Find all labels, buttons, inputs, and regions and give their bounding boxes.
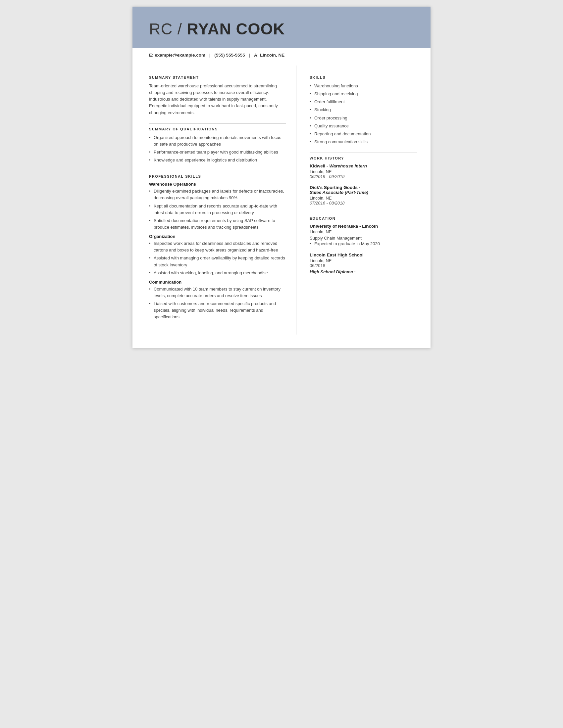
- professional-skills-section: PROFESSIONAL SKILLS Warehouse Operations…: [149, 171, 286, 320]
- edu-school-lehs: Lincoln East High School: [310, 252, 417, 257]
- list-item: Assisted with stocking, labeling, and ar…: [149, 270, 286, 276]
- header-fullname: RYAN COOK: [187, 20, 285, 38]
- education-section: EDUCATION University of Nebraska - Linco…: [310, 213, 417, 274]
- professional-skills-title: PROFESSIONAL SKILLS: [149, 171, 286, 178]
- skill-item: Shipping and receiving: [310, 91, 417, 97]
- left-column: SUMMARY STATEMENT Team-oriented warehous…: [132, 66, 297, 335]
- right-column: SKILLS Warehousing functions Shipping an…: [297, 66, 431, 335]
- list-item: Diligently examined packages and labels …: [149, 188, 286, 201]
- company-sep: -: [359, 185, 361, 190]
- summary-qualifications-section: SUMMARY OF QUALIFICATIONS Organized appr…: [149, 123, 286, 164]
- skills-title: SKILLS: [310, 72, 417, 79]
- header-bar: RC / RYAN COOK: [132, 7, 431, 48]
- edu-bullets-unl: Expected to graduate in May 2020: [310, 241, 417, 247]
- list-item: Satisfied documentation requirements by …: [149, 217, 286, 231]
- edu-entry-lehs: Lincoln East High School Lincoln, NE 06/…: [310, 252, 417, 274]
- job-title-dicks: Sales Associate (Part-Time): [310, 190, 368, 195]
- sep2: |: [249, 53, 250, 58]
- phone-value: (555) 555-5555: [214, 53, 245, 58]
- header-name: RC / RYAN COOK: [149, 20, 414, 38]
- communication-title: Communication: [149, 280, 286, 285]
- address-label: A:: [254, 53, 258, 58]
- company-name: Dick's Sporting Goods: [310, 185, 358, 190]
- summary-statement-text: Team-oriented warehouse professional acc…: [149, 83, 286, 116]
- edu-entry-unl: University of Nebraska - Lincoln Lincoln…: [310, 224, 417, 247]
- edu-location-unl: Lincoln, NE: [310, 229, 417, 234]
- organization-title: Organization: [149, 234, 286, 239]
- skill-item: Warehousing functions: [310, 83, 417, 89]
- header-initials: RC: [149, 20, 172, 38]
- header-slash: /: [172, 20, 187, 38]
- work-dates-dicks: 07/2016 - 08/2018: [310, 201, 417, 205]
- email-label: E:: [149, 53, 154, 58]
- work-history-section: WORK HISTORY Kidwell - Warehouse Intern …: [310, 153, 417, 205]
- work-location-kidwell: Lincoln, NE: [310, 169, 417, 174]
- qualification-item: Knowledge and experience in logistics an…: [149, 157, 286, 163]
- qualification-item: Organized approach to monitoring materia…: [149, 134, 286, 148]
- job-title-kidwell: Warehouse Intern: [329, 163, 367, 168]
- skill-item: Stocking: [310, 107, 417, 113]
- summary-statement-title: SUMMARY STATEMENT: [149, 72, 286, 79]
- resume-container: RC / RYAN COOK E: example@example.com | …: [132, 7, 431, 348]
- work-dates-kidwell: 06/2019 - 09/2019: [310, 174, 417, 179]
- work-location-dicks: Lincoln, NE: [310, 196, 417, 201]
- list-item: Assisted with managing order availabilit…: [149, 255, 286, 268]
- warehouse-ops-title: Warehouse Operations: [149, 182, 286, 187]
- education-title: EDUCATION: [310, 213, 417, 220]
- list-item: Inspected work areas for cleanliness and…: [149, 240, 286, 253]
- organization-list: Inspected work areas for cleanliness and…: [149, 240, 286, 276]
- address-value: Lincoln, NE: [260, 53, 285, 58]
- communication-list: Communicated with 10 team members to sta…: [149, 286, 286, 321]
- email-value: example@example.com: [155, 53, 205, 58]
- qualifications-list: Organized approach to monitoring materia…: [149, 134, 286, 164]
- work-company-dicks: Dick's Sporting Goods - Sales Associate …: [310, 185, 417, 195]
- list-item: Kept all documentation and records accur…: [149, 203, 286, 216]
- company-name: Kidwell: [310, 163, 325, 168]
- skill-item: Reporting and documentation: [310, 131, 417, 137]
- work-history-title: WORK HISTORY: [310, 153, 417, 160]
- skill-item: Order fulfillment: [310, 99, 417, 105]
- qualification-item: Performance-oriented team player with go…: [149, 149, 286, 156]
- edu-location-lehs: Lincoln, NE: [310, 258, 417, 263]
- sep1: |: [209, 53, 211, 58]
- work-company-kidwell: Kidwell - Warehouse Intern: [310, 163, 417, 168]
- skills-list: Warehousing functions Shipping and recei…: [310, 83, 417, 145]
- list-item: Communicated with 10 team members to sta…: [149, 286, 286, 299]
- skills-section: SKILLS Warehousing functions Shipping an…: [310, 72, 417, 145]
- work-entry-kidwell: Kidwell - Warehouse Intern Lincoln, NE 0…: [310, 163, 417, 179]
- summary-statement-section: SUMMARY STATEMENT Team-oriented warehous…: [149, 72, 286, 116]
- list-item: Liaised with customers and recommended s…: [149, 300, 286, 320]
- skill-item: Strong communication skills: [310, 139, 417, 145]
- contact-bar: E: example@example.com | (555) 555-5555 …: [132, 48, 431, 62]
- edu-dates-lehs: 06/2018: [310, 263, 417, 268]
- edu-major-unl: Supply Chain Management: [310, 236, 417, 241]
- edu-bullet-item: Expected to graduate in May 2020: [310, 241, 417, 247]
- edu-diploma-lehs: High School Diploma :: [310, 269, 417, 274]
- edu-school-unl: University of Nebraska - Lincoln: [310, 224, 417, 229]
- work-entry-dicks: Dick's Sporting Goods - Sales Associate …: [310, 185, 417, 205]
- skill-item: Order processing: [310, 115, 417, 121]
- main-content: SUMMARY STATEMENT Team-oriented warehous…: [132, 62, 431, 348]
- warehouse-ops-list: Diligently examined packages and labels …: [149, 188, 286, 231]
- summary-qualifications-title: SUMMARY OF QUALIFICATIONS: [149, 123, 286, 131]
- skill-item: Quality assurance: [310, 123, 417, 129]
